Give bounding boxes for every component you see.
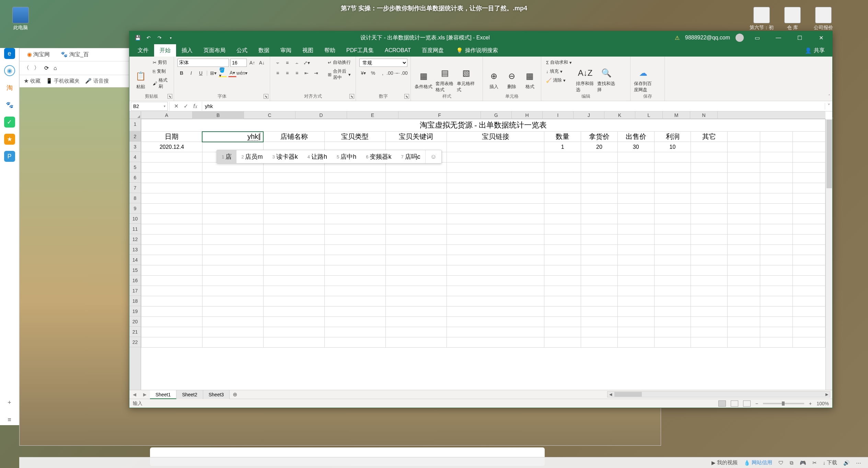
ime-candidate-7[interactable]: 7 店吗c	[396, 150, 425, 163]
header-cell-G[interactable]: 数量	[544, 132, 581, 142]
row-header-14[interactable]: 14	[129, 255, 141, 265]
compass-icon[interactable]: ◉	[4, 65, 15, 76]
page-layout-view-icon[interactable]	[731, 400, 738, 407]
tab-acrobat[interactable]: ACROBAT	[379, 44, 416, 57]
col-header-G[interactable]: G	[481, 111, 512, 119]
row-header-8[interactable]: 8	[129, 193, 141, 203]
bold-button[interactable]: B	[177, 69, 186, 77]
ime-candidate-3[interactable]: 3 读卡器k	[267, 150, 302, 163]
site-credit[interactable]: 💧 网站信用	[744, 459, 772, 466]
green-icon[interactable]: ✓	[4, 117, 15, 128]
format-painter-button[interactable]: 🖌格式刷	[151, 76, 170, 90]
font-name-input[interactable]	[177, 59, 229, 67]
align-right-icon[interactable]: ≡	[293, 69, 301, 77]
browser-tab-1[interactable]: ◉ 淘宝网	[24, 50, 53, 60]
ime-candidate-4[interactable]: 4 让路h	[303, 150, 332, 163]
row-header-9[interactable]: 9	[129, 203, 141, 214]
cell-r3-I[interactable]: 30	[617, 142, 654, 152]
header-cell-B[interactable]: yhk|	[202, 132, 263, 142]
collapse-ribbon-icon[interactable]: ˄	[828, 94, 830, 99]
ribbon-options-icon[interactable]: ▭	[749, 31, 765, 44]
tab-help[interactable]: 帮助	[319, 44, 341, 57]
speaker-icon[interactable]: 🔊	[843, 460, 850, 466]
col-header-L[interactable]: L	[635, 111, 663, 119]
forward-icon[interactable]: 〉	[34, 64, 39, 72]
tab-data[interactable]: 数据	[253, 44, 275, 57]
row-header-21[interactable]: 21	[129, 327, 141, 337]
browser-tab-2[interactable]: 🐾 淘宝_百	[57, 50, 92, 60]
zoom-slider[interactable]	[763, 403, 804, 404]
taobao-icon[interactable]: 淘	[4, 82, 15, 93]
row-header-5[interactable]: 5	[129, 162, 141, 172]
sheet-tab-1[interactable]: Sheet1	[150, 390, 176, 399]
header-cell-F[interactable]: 宝贝链接	[447, 132, 544, 142]
formula-expand-icon[interactable]: ˅	[825, 103, 832, 109]
cell-r3-M[interactable]	[760, 142, 793, 152]
row-header-4[interactable]: 4	[129, 152, 141, 162]
header-cell-C[interactable]: 店铺名称	[263, 132, 324, 142]
row-header-3[interactable]: 3	[129, 142, 141, 152]
zoom-in-icon[interactable]: +	[809, 401, 812, 406]
indent-dec-icon[interactable]: ⇤	[302, 69, 311, 77]
row-header-20[interactable]: 20	[129, 316, 141, 327]
number-launcher[interactable]: ⬊	[404, 94, 409, 99]
p-icon[interactable]: P	[4, 151, 15, 162]
copy-button[interactable]: ⎘复制	[151, 68, 170, 75]
phonetic-button[interactable]: wén▾	[238, 69, 246, 77]
avatar[interactable]	[736, 34, 744, 42]
sheet-nav-next[interactable]: ▶	[140, 392, 150, 397]
col-header-E[interactable]: E	[347, 111, 398, 119]
align-launcher[interactable]: ⬊	[349, 94, 354, 99]
align-left-icon[interactable]: ≡	[274, 69, 282, 77]
more-icon[interactable]: ⋯	[856, 460, 861, 466]
home-icon[interactable]: ⌂	[54, 65, 57, 71]
grid[interactable]: 淘宝虚拟无货源 - 出单数据统计一览表日期yhk|店铺名称宝贝类型宝贝关键词宝贝…	[141, 119, 825, 390]
desktop-icon-r2[interactable]: 仓 库	[779, 7, 806, 31]
gamepad-icon[interactable]: 🎮	[800, 460, 806, 466]
vertical-scrollbar[interactable]	[825, 119, 832, 390]
currency-icon[interactable]: ¥▾	[359, 69, 368, 77]
my-video[interactable]: ▶ 我的视频	[711, 459, 738, 466]
fill-button[interactable]: ↓ 填充 ▾	[545, 68, 573, 75]
ime-emoji-icon[interactable]: ☺	[425, 150, 441, 163]
back-icon[interactable]: 〈	[24, 64, 29, 72]
download-button[interactable]: ↓ 下载	[823, 459, 837, 466]
bookmark-fav[interactable]: ★ 收藏	[24, 78, 40, 84]
row-header-2[interactable]: 2	[129, 131, 141, 142]
tab-file[interactable]: 文件	[132, 44, 154, 57]
col-header-A[interactable]: A	[141, 111, 193, 119]
cell-r3-L[interactable]	[728, 142, 760, 152]
align-top-icon[interactable]: ⫟	[274, 59, 282, 67]
sheet-tab-3[interactable]: Sheet3	[203, 390, 230, 399]
row-header-16[interactable]: 16	[129, 275, 141, 286]
comma-icon[interactable]: ,	[379, 69, 387, 77]
add-sheet-icon[interactable]: ⊕	[230, 391, 240, 398]
italic-button[interactable]: I	[187, 69, 195, 77]
col-header-K[interactable]: K	[604, 111, 635, 119]
shield-icon[interactable]: 🛡	[778, 460, 784, 466]
cell-r3-J[interactable]: 10	[654, 142, 691, 152]
increase-font-icon[interactable]: A↑	[248, 59, 256, 67]
col-header-B[interactable]: B	[193, 111, 244, 119]
col-header-N[interactable]: N	[690, 111, 718, 119]
cell-r3-N[interactable]	[792, 142, 825, 152]
align-middle-icon[interactable]: ≡	[283, 59, 291, 67]
font-launcher[interactable]: ⬊	[264, 94, 268, 99]
tab-layout[interactable]: 页面布局	[198, 44, 231, 57]
zoom-out-icon[interactable]: −	[755, 401, 758, 406]
scissors-icon[interactable]: ✂	[812, 460, 817, 466]
header-cell-E[interactable]: 宝贝关键词	[385, 132, 447, 142]
share-button[interactable]: 👤共享	[805, 47, 830, 54]
desktop-icon-r3[interactable]: 公司报价	[810, 7, 837, 31]
wrap-text-button[interactable]: ↵自动换行	[326, 59, 352, 66]
save-icon[interactable]: 💾	[134, 34, 141, 41]
cut-button[interactable]: ✂剪切	[151, 59, 170, 66]
indent-inc-icon[interactable]: ⇥	[312, 69, 320, 77]
account-email[interactable]: 9888922@qq.com	[685, 35, 730, 41]
font-size-input[interactable]	[230, 59, 247, 67]
capture-icon[interactable]: ⧉	[790, 460, 794, 466]
row-header-13[interactable]: 13	[129, 244, 141, 255]
name-box[interactable]: B2▾	[131, 102, 168, 111]
tell-me[interactable]: 💡操作说明搜索	[456, 47, 498, 54]
qat-more-icon[interactable]: ▾	[167, 34, 174, 41]
